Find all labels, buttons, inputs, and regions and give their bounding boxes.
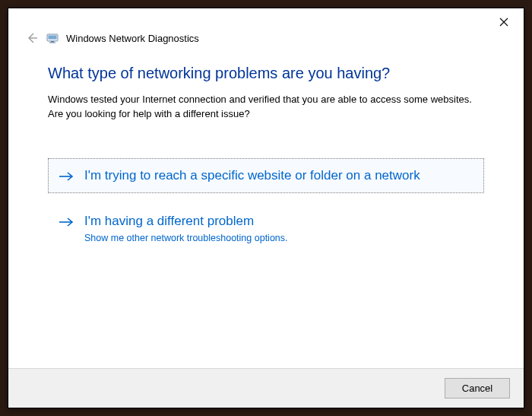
close-icon <box>499 17 508 27</box>
arrow-right-icon <box>59 169 74 184</box>
main-heading: What type of networking problems are you… <box>48 65 484 82</box>
option-reach-website[interactable]: I'm trying to reach a specific website o… <box>48 158 484 193</box>
window-title: Windows Network Diagnostics <box>66 33 199 44</box>
header-bar: Windows Network Diagnostics <box>8 8 524 51</box>
svg-rect-4 <box>49 36 57 40</box>
content-area: What type of networking problems are you… <box>8 51 524 368</box>
dialog-window: Windows Network Diagnostics What type of… <box>8 8 524 408</box>
back-arrow-icon <box>26 32 38 44</box>
option-title: I'm having a different problem <box>84 213 473 230</box>
option-different-problem[interactable]: I'm having a different problem Show me o… <box>48 204 484 252</box>
footer-bar: Cancel <box>8 368 524 408</box>
back-button[interactable] <box>25 31 39 45</box>
svg-rect-6 <box>49 43 55 43</box>
arrow-right-icon <box>59 214 74 230</box>
option-description: Show me other network troubleshooting op… <box>84 233 473 243</box>
main-subtext: Windows tested your Internet connection … <box>48 93 484 122</box>
close-button[interactable] <box>495 13 513 31</box>
network-diagnostics-icon <box>46 32 59 44</box>
option-text-wrap: I'm having a different problem Show me o… <box>84 213 473 243</box>
option-title: I'm trying to reach a specific website o… <box>84 167 473 184</box>
svg-rect-5 <box>51 41 54 43</box>
option-text-wrap: I'm trying to reach a specific website o… <box>84 167 473 184</box>
cancel-button[interactable]: Cancel <box>445 378 510 399</box>
